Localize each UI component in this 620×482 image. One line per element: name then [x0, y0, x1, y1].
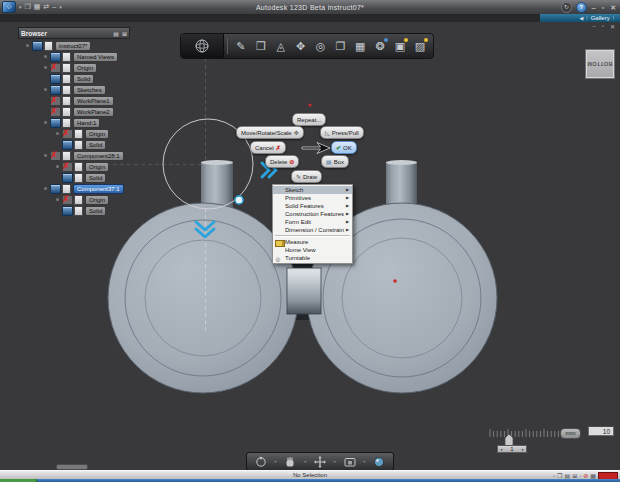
visibility-icon[interactable]: [50, 52, 61, 62]
expander-icon[interactable]: [56, 132, 59, 135]
press-pull-button[interactable]: ◺ Press/Pull: [320, 126, 364, 139]
nav-caret-icon[interactable]: ▾: [334, 459, 336, 464]
move-rotate-scale-button[interactable]: Move/Rotate/Scale ✥: [236, 126, 304, 139]
doc-minimize-button[interactable]: ‒: [592, 23, 595, 30]
context-menu-item[interactable]: Dimension / Constrain▶: [273, 226, 352, 234]
panel-close-icon[interactable]: ⊠: [122, 30, 127, 37]
visibility-icon[interactable]: [50, 74, 61, 84]
tree-row[interactable]: Solid: [18, 205, 130, 216]
expander-icon[interactable]: [56, 165, 59, 168]
minimize-button[interactable]: –: [591, 3, 597, 13]
tree-node-label[interactable]: Solid: [73, 74, 94, 84]
pattern-icon[interactable]: ▦: [351, 36, 369, 56]
tree-row[interactable]: Component28:1: [18, 150, 130, 161]
revolve-icon[interactable]: ◬: [272, 36, 290, 56]
tree-node-label[interactable]: Sketches: [73, 85, 106, 95]
tree-node-label[interactable]: WorkPlane1: [73, 96, 114, 106]
hidden-red-x-icon[interactable]: [50, 107, 61, 117]
expander-icon[interactable]: [44, 154, 47, 157]
tree-row[interactable]: Hand:1: [18, 117, 130, 128]
tree-node-label[interactable]: Origin: [85, 129, 109, 139]
tree-row[interactable]: Origin: [18, 62, 130, 73]
expander-icon[interactable]: [44, 121, 47, 124]
draw-button[interactable]: ✎ Draw: [291, 170, 322, 183]
hidden-red-x-icon[interactable]: [50, 96, 61, 106]
close-button[interactable]: ✕: [609, 3, 617, 13]
expander-icon[interactable]: [44, 187, 47, 190]
units-button[interactable]: mm: [560, 428, 581, 439]
move-icon[interactable]: ✥: [292, 36, 310, 56]
tree-row[interactable]: Named Views: [18, 51, 130, 62]
tree-row[interactable]: instruct07*: [18, 40, 130, 51]
primitives-icon[interactable]: ❒: [252, 36, 270, 56]
tree-node-label[interactable]: Origin: [85, 195, 109, 205]
material-icon[interactable]: ❂: [371, 36, 389, 56]
context-menu-item[interactable]: Measure: [273, 238, 352, 246]
visibility-icon[interactable]: [50, 85, 61, 95]
tab-gallery[interactable]: ◀ ǀ Gallery ǀ: [540, 14, 620, 22]
hidden-red-x-icon[interactable]: [62, 129, 73, 139]
context-menu-item[interactable]: Sketch▶: [273, 186, 352, 194]
context-menu-item[interactable]: Form Edit▶: [273, 218, 352, 226]
doc-restore-button[interactable]: ▫: [602, 23, 604, 30]
browser-panel-header[interactable]: Browser ▤ ⊠: [18, 27, 130, 39]
cancel-button[interactable]: Cancel ✗: [250, 141, 286, 154]
visibility-icon[interactable]: [62, 206, 73, 216]
context-menu-item[interactable]: Construction Features▶: [273, 210, 352, 218]
expander-icon[interactable]: [44, 66, 47, 69]
tree-row[interactable]: WorkPlane1: [18, 95, 130, 106]
hidden-red-x-icon[interactable]: [62, 195, 73, 205]
visibility-icon[interactable]: [50, 184, 61, 194]
orbit-icon[interactable]: [255, 456, 267, 468]
context-menu-item[interactable]: Primitives▶: [273, 194, 352, 202]
tree-node-label[interactable]: Origin: [85, 162, 109, 172]
sync-icon[interactable]: ↻: [561, 2, 572, 13]
insert-image-icon[interactable]: ▨: [411, 36, 429, 56]
tree-node-label[interactable]: Hand:1: [73, 118, 100, 128]
snap-increase-icon[interactable]: ▸: [522, 447, 524, 452]
nav-caret-icon[interactable]: ▾: [304, 459, 306, 464]
tree-row[interactable]: Origin: [18, 194, 130, 205]
visibility-icon[interactable]: [50, 118, 61, 128]
tree-node-label[interactable]: Component37:1: [73, 184, 124, 194]
visibility-icon[interactable]: [62, 140, 73, 150]
export-3d-icon[interactable]: ▣: [391, 36, 409, 56]
zoom-icon[interactable]: [373, 456, 385, 468]
tree-node-label[interactable]: Component28:1: [73, 151, 124, 161]
tree-row[interactable]: Solid: [18, 73, 130, 84]
doc-close-button[interactable]: ✕: [610, 23, 615, 30]
tree-node-label[interactable]: WorkPlane2: [73, 107, 114, 117]
view-cube[interactable]: BOTTOM: [585, 49, 615, 79]
tree-row[interactable]: WorkPlane2: [18, 106, 130, 117]
repeat-button[interactable]: Repeat...: [292, 113, 326, 126]
hidden-red-x-icon[interactable]: [62, 162, 73, 172]
maximize-button[interactable]: ▫: [601, 3, 605, 13]
grid-size-field[interactable]: 10: [588, 426, 614, 436]
look-at-icon[interactable]: [344, 456, 356, 468]
combine-icon[interactable]: ❐: [331, 36, 349, 56]
tree-node-label[interactable]: Solid: [85, 206, 106, 216]
snap-stepper[interactable]: ◂ 1 ▸: [497, 445, 527, 453]
ok-button[interactable]: ✔ OK: [331, 141, 357, 154]
pan-icon[interactable]: [284, 456, 296, 468]
box-button[interactable]: ▤ Box: [321, 155, 349, 168]
delete-button[interactable]: Delete ⊘: [265, 155, 299, 168]
gallery-back-icon[interactable]: ◀: [580, 15, 584, 21]
tree-node-label[interactable]: Named Views: [73, 52, 118, 62]
dolly-icon[interactable]: [314, 456, 326, 468]
visibility-icon[interactable]: [32, 41, 43, 51]
context-menu-item[interactable]: ◎Turntable: [273, 254, 352, 262]
snap-icon[interactable]: ◎: [312, 36, 330, 56]
tree-row[interactable]: Component37:1: [18, 183, 130, 194]
tree-row[interactable]: Solid: [18, 139, 130, 150]
context-menu-item[interactable]: Solid Features▶: [273, 202, 352, 210]
toolbar-logo-button[interactable]: [181, 34, 224, 58]
hidden-red-x-icon[interactable]: [50, 151, 61, 161]
nav-caret-icon[interactable]: ▾: [275, 459, 277, 464]
expander-icon[interactable]: [44, 55, 47, 58]
visibility-icon[interactable]: [62, 173, 73, 183]
tree-row[interactable]: Origin: [18, 128, 130, 139]
tree-node-label[interactable]: Origin: [73, 63, 97, 73]
expander-icon[interactable]: [26, 44, 29, 47]
tree-row[interactable]: Sketches: [18, 84, 130, 95]
